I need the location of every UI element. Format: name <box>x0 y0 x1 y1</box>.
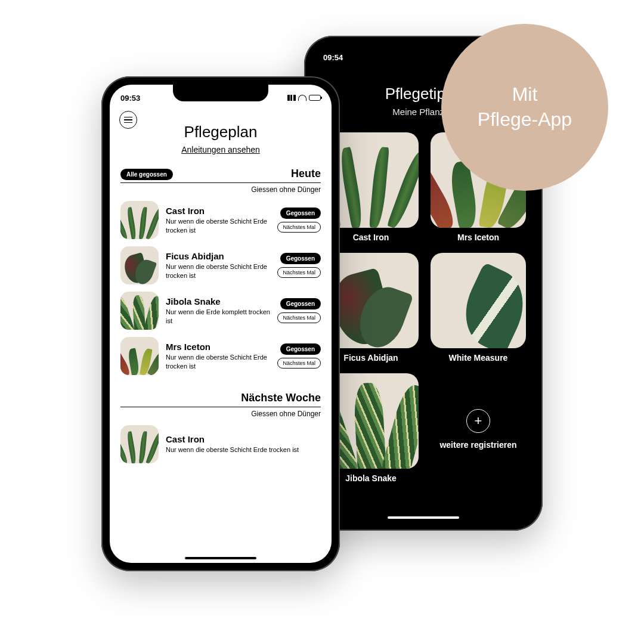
page-title: Pflegeplan <box>110 123 332 141</box>
plant-info: Ficus AbidjanNur wenn die oberste Schich… <box>166 251 270 280</box>
badge-line2: Pflege-App <box>478 107 572 132</box>
home-indicator[interactable] <box>185 557 256 559</box>
section-heading-today: Heute <box>291 168 321 180</box>
menu-icon[interactable] <box>119 111 137 129</box>
status-time: 09:54 <box>323 53 343 62</box>
plant-thumb <box>120 425 159 463</box>
add-plant-label: weitere registrieren <box>439 440 516 450</box>
plant-actions: GegossenNächstes Mal <box>277 253 321 278</box>
plant-label: Mrs Iceton <box>457 233 499 242</box>
status-time: 09:53 <box>120 94 140 103</box>
plant-row[interactable]: Cast IronNur wenn die oberste Schicht Er… <box>110 194 332 239</box>
badge-line1: Mit <box>512 82 538 107</box>
plant-desc: Nur wenn die oberste Schicht Erde trocke… <box>166 217 270 234</box>
promo-badge: Mit Pflege-App <box>441 24 608 191</box>
instructions-link[interactable]: Anleitungen ansehen <box>110 145 332 154</box>
signal-icon <box>287 95 296 101</box>
plant-name: Jibola Snake <box>166 296 270 306</box>
plant-desc: Nur wenn die Erde komplett trocken ist <box>166 308 270 325</box>
plant-info: Jibola SnakeNur wenn die Erde komplett t… <box>166 296 270 325</box>
plant-row[interactable]: Mrs IcetonNur wenn die oberste Schicht E… <box>110 330 332 375</box>
plant-thumb <box>120 201 159 239</box>
plant-label: White Measure <box>449 353 508 363</box>
next-time-button[interactable]: Nächstes Mal <box>277 222 321 233</box>
plant-name: Ficus Abidjan <box>166 251 270 261</box>
wifi-icon <box>298 95 306 101</box>
plant-actions: GegossenNächstes Mal <box>277 343 321 369</box>
plant-label: Ficus Abidjan <box>343 353 398 363</box>
plant-row[interactable]: Ficus AbidjanNur wenn die oberste Schich… <box>110 239 332 284</box>
plant-info: Cast IronNur wenn die oberste Schicht Er… <box>166 434 321 454</box>
all-watered-button[interactable]: Alle gegossen <box>120 169 173 180</box>
plant-name: Cast Iron <box>166 206 270 216</box>
section-sub-today: Giessen ohne Dünger <box>120 185 321 194</box>
plant-label: Cast Iron <box>353 233 389 242</box>
add-plant-tile[interactable]: +weitere registrieren <box>431 373 526 483</box>
plant-thumb <box>120 246 159 284</box>
plant-actions: GegossenNächstes Mal <box>277 208 321 233</box>
plant-row[interactable]: Jibola SnakeNur wenn die Erde komplett t… <box>110 284 332 330</box>
plus-icon[interactable]: + <box>466 409 490 433</box>
home-indicator[interactable] <box>388 516 459 519</box>
next-time-button[interactable]: Nächstes Mal <box>277 358 321 369</box>
plant-desc: Nur wenn die oberste Schicht Erde trocke… <box>166 262 270 280</box>
plant-info: Mrs IcetonNur wenn die oberste Schicht E… <box>166 342 270 370</box>
notch <box>173 85 268 101</box>
plant-name: Cast Iron <box>166 434 321 444</box>
plant-desc: Nur wenn die oberste Schicht Erde trocke… <box>166 353 270 370</box>
watered-button[interactable]: Gegossen <box>280 208 321 219</box>
plant-thumb <box>120 337 159 375</box>
plant-tile[interactable]: White Measure <box>431 253 526 363</box>
plant-desc: Nur wenn die oberste Schicht Erde trocke… <box>166 445 321 454</box>
phone-front: 09:53 Pflegeplan Anleitungen ansehen All… <box>101 76 340 571</box>
plant-label: Jibola Snake <box>345 473 397 483</box>
plant-thumb <box>120 292 159 330</box>
watered-button[interactable]: Gegossen <box>280 343 321 355</box>
plant-thumb <box>431 253 526 348</box>
plant-actions: GegossenNächstes Mal <box>277 298 321 323</box>
plant-row[interactable]: Cast IronNur wenn die oberste Schicht Er… <box>110 418 332 463</box>
plant-info: Cast IronNur wenn die oberste Schicht Er… <box>166 206 270 234</box>
watered-button[interactable]: Gegossen <box>280 253 321 264</box>
next-time-button[interactable]: Nächstes Mal <box>277 312 321 323</box>
plant-name: Mrs Iceton <box>166 342 270 352</box>
section-heading-nextweek: Nächste Woche <box>241 392 321 404</box>
battery-icon <box>309 95 321 101</box>
watered-button[interactable]: Gegossen <box>280 298 321 309</box>
next-time-button[interactable]: Nächstes Mal <box>277 267 321 278</box>
section-sub-nextweek: Giessen ohne Dünger <box>120 410 321 418</box>
